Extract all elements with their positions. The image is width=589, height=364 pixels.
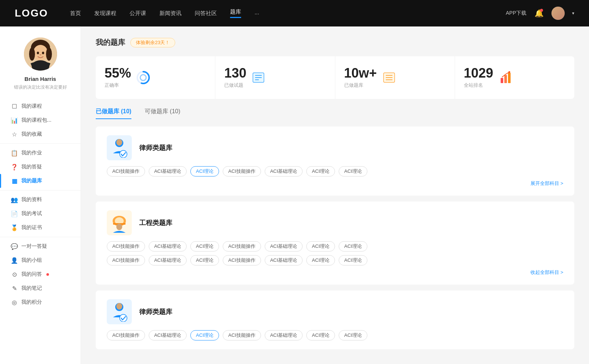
sidebar-item-myqa[interactable]: ⊙ 我的问答 xyxy=(0,267,81,281)
svg-rect-19 xyxy=(501,78,503,83)
bank-tag[interactable]: ACI技能操作 xyxy=(107,330,145,340)
trial-badge: 体验剩余23天！ xyxy=(130,38,175,47)
nav-questionbank[interactable]: 题库 xyxy=(230,8,241,18)
bank-tag[interactable]: ACI技能操作 xyxy=(223,241,261,251)
bank-tag[interactable]: ACI理论 xyxy=(190,241,219,251)
banks-icon xyxy=(382,71,396,85)
stats-bar: 55% 正确率 130 已做试题 xyxy=(96,56,574,99)
svg-point-30 xyxy=(116,224,122,230)
stat-accuracy-label: 正确率 xyxy=(105,82,131,89)
bank-tag[interactable]: ACI理论 xyxy=(306,241,335,251)
bank-tag[interactable]: ACI理论 xyxy=(339,330,367,340)
sidebar-menu: ☐ 我的课程 📊 我的课程包... ☆ 我的收藏 📋 我的作业 ❓ 我的答疑 ▦ xyxy=(0,99,81,309)
sidebar-avatar xyxy=(24,38,57,71)
sidebar-item-notes[interactable]: ✎ 我的笔记 xyxy=(0,281,81,295)
group-icon: 👤 xyxy=(11,257,18,264)
stat-accuracy: 55% 正确率 xyxy=(96,56,215,99)
bank-tag[interactable]: ACI理论 xyxy=(339,166,367,176)
bank-tag[interactable]: ACI技能操作 xyxy=(107,166,145,176)
bank-tags-engineering-1: ACI技能操作 ACI基础理论 ACI理论 ACI技能操作 ACI基础理论 AC… xyxy=(107,241,563,251)
sidebar-item-profile[interactable]: 👥 我的资料 xyxy=(0,193,81,207)
bank-tag[interactable]: ACI基础理论 xyxy=(149,255,187,265)
bank-tag[interactable]: ACI理论 xyxy=(190,255,219,265)
divider-2 xyxy=(0,190,81,190)
tab-bar: 已做题库 (10) 可做题库 (10) xyxy=(96,108,574,119)
nav-qa[interactable]: 问答社区 xyxy=(195,10,217,17)
expand-link-1[interactable]: 展开全部科目 > xyxy=(530,180,563,187)
star-icon: ☆ xyxy=(11,131,18,138)
page-header: 我的题库 体验剩余23天！ xyxy=(96,38,574,47)
bank-tag-active[interactable]: ACI理论 xyxy=(190,166,219,176)
stat-rank: 1029 全站排名 xyxy=(455,56,574,99)
sidebar-item-courses[interactable]: ☐ 我的课程 xyxy=(0,99,81,113)
avatar-dropdown-arrow[interactable]: ▾ xyxy=(572,11,574,16)
stat-done-questions-value: 130 xyxy=(224,67,246,80)
nav-public[interactable]: 公开课 xyxy=(130,10,146,17)
sidebar-item-qa[interactable]: ❓ 我的答疑 xyxy=(0,160,81,174)
tab-done[interactable]: 已做题库 (10) xyxy=(96,108,131,119)
bank-tag[interactable]: ACI基础理论 xyxy=(149,241,187,251)
navbar: LOGO 首页 发现课程 公开课 新闻资讯 问答社区 题库 ··· APP下载 … xyxy=(0,0,589,26)
bank-title-lawyer-2: 律师类题库 xyxy=(139,307,172,316)
bank-tag[interactable]: ACI基础理论 xyxy=(265,241,303,251)
bank-tag[interactable]: ACI技能操作 xyxy=(107,255,145,265)
bank-card-header-2: 工程类题库 xyxy=(107,210,563,235)
accuracy-icon xyxy=(136,71,150,85)
nav-discover[interactable]: 发现课程 xyxy=(94,10,116,17)
bank-tag[interactable]: ACI基础理论 xyxy=(149,166,187,176)
bank-tag[interactable]: ACI技能操作 xyxy=(107,241,145,251)
users-icon: 👥 xyxy=(11,196,18,203)
bank-card-header-3: 律师类题库 xyxy=(107,299,563,324)
collapse-link[interactable]: 收起全部科目 > xyxy=(530,269,563,276)
bank-tag[interactable]: ACI理论 xyxy=(306,166,335,176)
divider-1 xyxy=(0,143,81,144)
nav-news[interactable]: 新闻资讯 xyxy=(159,10,181,17)
engineer-icon xyxy=(107,210,132,235)
bank-tag[interactable]: ACI技能操作 xyxy=(223,255,261,265)
sidebar-item-certificate[interactable]: 🏅 我的证书 xyxy=(0,221,81,235)
app-download[interactable]: APP下载 xyxy=(506,10,526,17)
doc-icon: ☐ xyxy=(11,103,18,110)
sidebar-item-questionbank[interactable]: ▦ 我的题库 xyxy=(0,174,81,188)
user-motto: 错误的决定比没有决定要好 xyxy=(8,84,73,90)
bank-title-engineering: 工程类题库 xyxy=(139,218,172,227)
sidebar-item-course-packages[interactable]: 📊 我的课程包... xyxy=(0,113,81,127)
notification-bell[interactable]: 🔔 xyxy=(534,8,544,18)
sidebar-item-points[interactable]: ◎ 我的积分 xyxy=(0,295,81,309)
bank-title-lawyer-1: 律师类题库 xyxy=(139,143,172,152)
bank-tag[interactable]: ACI理论 xyxy=(339,241,367,251)
nav-more[interactable]: ··· xyxy=(254,10,259,17)
file-icon: 📄 xyxy=(11,210,18,217)
bank-tag[interactable]: ACI基础理论 xyxy=(265,166,303,176)
stat-rank-value: 1029 xyxy=(464,67,493,80)
stat-accuracy-info: 55% 正确率 xyxy=(105,67,131,89)
svg-point-32 xyxy=(116,303,122,310)
sidebar-item-group[interactable]: 👤 我的小组 xyxy=(0,253,81,267)
bank-tag[interactable]: ACI理论 xyxy=(306,255,335,265)
stat-done-banks-value: 10w+ xyxy=(344,67,377,80)
logo[interactable]: LOGO xyxy=(15,7,48,19)
bank-tag[interactable]: ACI基础理论 xyxy=(265,330,303,340)
sidebar-item-tutoring[interactable]: 💬 一对一答疑 xyxy=(0,239,81,253)
bank-tag[interactable]: ACI技能操作 xyxy=(223,330,261,340)
bank-tag-active[interactable]: ACI理论 xyxy=(190,330,219,340)
lawyer-icon-1 xyxy=(107,135,132,160)
stat-rank-label: 全站排名 xyxy=(464,82,493,89)
bank-tag[interactable]: ACI技能操作 xyxy=(223,166,261,176)
tab-available[interactable]: 可做题库 (10) xyxy=(145,108,180,119)
bank-tag[interactable]: ACI理论 xyxy=(339,255,367,265)
nav-home[interactable]: 首页 xyxy=(70,10,81,17)
avatar-svg xyxy=(24,38,57,71)
sidebar-item-homework[interactable]: 📋 我的作业 xyxy=(0,146,81,160)
svg-point-6 xyxy=(37,52,39,54)
sidebar-item-favorites[interactable]: ☆ 我的收藏 xyxy=(0,127,81,141)
bank-tags-lawyer-1: ACI技能操作 ACI基础理论 ACI理论 ACI技能操作 ACI基础理论 AC… xyxy=(107,166,563,176)
sidebar-item-exam[interactable]: 📄 我的考试 xyxy=(0,207,81,221)
bank-tag[interactable]: ACI基础理论 xyxy=(265,255,303,265)
avatar[interactable] xyxy=(551,7,565,20)
bank-tag[interactable]: ACI理论 xyxy=(306,330,335,340)
bank-tag[interactable]: ACI基础理论 xyxy=(149,330,187,340)
lawyer-icon-2 xyxy=(107,299,132,324)
svg-rect-21 xyxy=(508,73,511,83)
question2-icon: ⊙ xyxy=(11,271,18,278)
